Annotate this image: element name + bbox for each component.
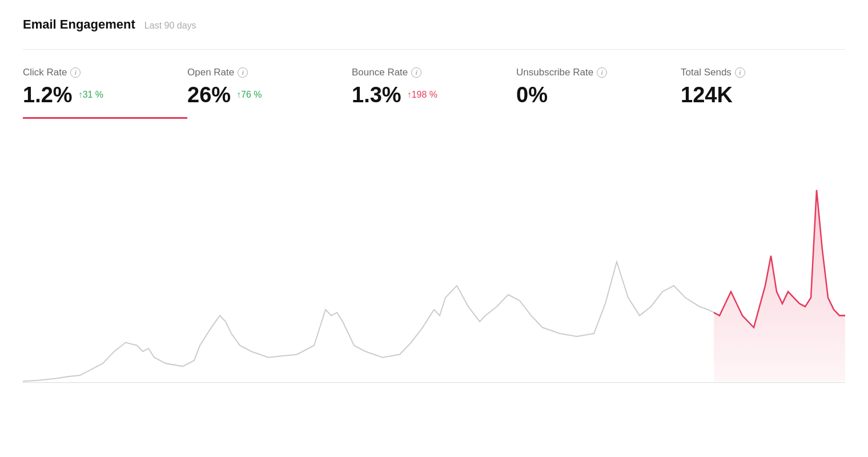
chart-container — [23, 130, 845, 387]
click-rate-label-row: Click Rate i — [23, 67, 187, 78]
click-rate-label: Click Rate — [23, 67, 67, 78]
open-rate-label-row: Open Rate i — [187, 67, 352, 78]
total-sends-value: 124K — [681, 84, 733, 106]
bounce-rate-value-row: 1.3% ↑198 % — [352, 84, 516, 106]
open-rate-value: 26% — [187, 84, 231, 106]
unsubscribe-rate-info-icon[interactable]: i — [597, 67, 607, 78]
total-sends-label: Total Sends — [681, 67, 732, 78]
engagement-chart — [23, 130, 845, 387]
unsubscribe-rate-label-row: Unsubscribe Rate i — [516, 67, 681, 78]
unsubscribe-rate-value-row: 0% — [516, 84, 681, 106]
click-rate-value-row: 1.2% ↑31 % — [23, 84, 187, 106]
click-rate-change: ↑31 % — [78, 90, 103, 100]
page-title: Email Engagement — [23, 17, 135, 32]
metric-card-bounce-rate[interactable]: Bounce Rate i 1.3% ↑198 % — [352, 67, 516, 119]
unsubscribe-rate-label: Unsubscribe Rate — [516, 67, 593, 78]
metric-card-open-rate[interactable]: Open Rate i 26% ↑76 % — [187, 67, 352, 119]
total-sends-value-row: 124K — [681, 84, 845, 106]
bounce-rate-value: 1.3% — [352, 84, 401, 106]
open-rate-label: Open Rate — [187, 67, 234, 78]
click-rate-info-icon[interactable]: i — [70, 67, 81, 78]
metric-card-total-sends[interactable]: Total Sends i 124K — [681, 67, 845, 119]
bounce-rate-label-row: Bounce Rate i — [352, 67, 516, 78]
date-range: Last 90 days — [144, 21, 196, 31]
open-rate-change: ↑76 % — [236, 90, 262, 100]
open-rate-value-row: 26% ↑76 % — [187, 84, 352, 106]
click-rate-value: 1.2% — [23, 84, 73, 106]
bounce-rate-label: Bounce Rate — [352, 67, 408, 78]
total-sends-info-icon[interactable]: i — [735, 67, 745, 78]
bounce-rate-info-icon[interactable]: i — [411, 67, 421, 78]
dashboard: Email Engagement Last 90 days Click Rate… — [0, 0, 868, 457]
bounce-rate-change: ↑198 % — [407, 90, 437, 100]
metrics-row: Click Rate i 1.2% ↑31 % Open Rate i 26% … — [23, 67, 845, 119]
unsubscribe-rate-value: 0% — [516, 84, 548, 106]
header: Email Engagement Last 90 days — [23, 17, 845, 32]
metric-card-click-rate[interactable]: Click Rate i 1.2% ↑31 % — [23, 67, 187, 119]
header-divider — [23, 49, 845, 50]
metric-card-unsubscribe-rate[interactable]: Unsubscribe Rate i 0% — [516, 67, 681, 119]
open-rate-info-icon[interactable]: i — [238, 67, 248, 78]
total-sends-label-row: Total Sends i — [681, 67, 845, 78]
